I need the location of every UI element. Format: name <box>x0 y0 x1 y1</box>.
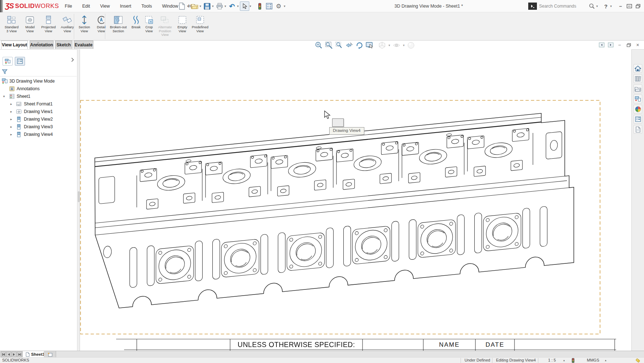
minimize-button[interactable]: – <box>616 2 625 11</box>
print-dropdown-caret[interactable]: ▾ <box>225 4 226 8</box>
tree-item-drawing-view3[interactable]: ▸ Drawing View3 <box>0 123 77 130</box>
tree-item-drawing-view1[interactable]: ▸ Drawing View1 <box>0 108 77 115</box>
custom-properties-icon[interactable] <box>634 115 642 124</box>
view-palette-icon[interactable] <box>634 95 642 103</box>
projected-view-button[interactable]: Projected View <box>39 14 58 33</box>
standard-3-view-button[interactable]: Standard 3 View <box>2 14 21 33</box>
print-button[interactable] <box>215 1 224 11</box>
add-sheet-tab[interactable] <box>44 351 56 358</box>
panel-splitter[interactable] <box>77 49 80 351</box>
main-area: 3D Drawing View Mode Annotations ▾ Sheet… <box>0 49 644 351</box>
pane-next-icon[interactable] <box>607 42 614 48</box>
tab-sketch[interactable]: Sketch <box>55 41 72 49</box>
display-manager-icon <box>17 58 23 64</box>
forum-document-icon[interactable] <box>634 125 642 134</box>
feature-manager-tab[interactable] <box>3 57 13 66</box>
scale-popup-caret[interactable]: ▴ <box>563 359 565 362</box>
section-view-button[interactable]: Section View <box>76 14 93 33</box>
zoom-to-area-icon[interactable] <box>324 41 334 50</box>
pane-previous-icon[interactable] <box>598 42 605 48</box>
undo-button[interactable]: ↶ <box>227 1 237 11</box>
tree-item-sheet-format1[interactable]: ▸ Sheet Format1 <box>0 100 77 108</box>
menu-file[interactable]: File <box>60 4 77 9</box>
new-document-button[interactable] <box>177 1 187 11</box>
status-tag-icon[interactable] <box>635 358 640 363</box>
solidworks-resources-icon[interactable] <box>634 64 642 73</box>
open-dropdown-caret[interactable]: ▾ <box>200 4 202 8</box>
menu-edit[interactable]: Edit <box>77 4 95 9</box>
search-scope-icon[interactable] <box>528 3 537 10</box>
tree-item-annotations[interactable]: Annotations <box>0 85 77 92</box>
empty-view-button[interactable]: Empty View <box>175 14 190 33</box>
units-popup-caret[interactable]: ▴ <box>605 359 606 362</box>
search-dropdown-caret[interactable]: ▾ <box>596 4 598 8</box>
model-view-button[interactable]: Model View <box>22 14 38 33</box>
rebuild-traffic-light-icon[interactable] <box>255 1 264 11</box>
restore-button[interactable] <box>634 2 642 11</box>
zoom-to-fit-icon[interactable] <box>314 41 323 50</box>
expand-caret[interactable]: ▸ <box>9 117 13 121</box>
splitter-handle[interactable] <box>78 191 80 202</box>
panel-grip-dot[interactable] <box>37 42 39 44</box>
select-dropdown-caret[interactable]: ▾ <box>250 4 251 8</box>
status-sheet-scale[interactable]: 1 : 5 <box>548 358 556 362</box>
save-dropdown-caret[interactable]: ▾ <box>212 4 214 8</box>
tab-view-layout[interactable]: View Layout <box>1 41 28 49</box>
expand-caret[interactable]: ▸ <box>9 102 13 106</box>
options-dropdown-caret[interactable]: ▾ <box>284 4 285 8</box>
drawing-sheet-area[interactable]: UNLESS OTHERWISE SPECIFIED: NAME DATE <box>80 49 631 351</box>
feature-tree: 3D Drawing View Mode Annotations ▾ Sheet… <box>0 77 77 138</box>
appearances-scenes-icon[interactable] <box>634 105 642 113</box>
predefined-view-button[interactable]: Predefined View <box>190 14 210 33</box>
rotate-view-icon[interactable] <box>355 41 364 50</box>
doc-close-glyph: × <box>636 42 639 48</box>
ribbon-separator <box>105 14 105 39</box>
expand-caret[interactable]: ▸ <box>9 125 13 129</box>
first-sheet-button[interactable] <box>1 351 6 357</box>
open-document-button[interactable] <box>190 1 199 11</box>
save-button[interactable] <box>202 1 212 11</box>
previous-sheet-button[interactable] <box>6 351 11 357</box>
next-sheet-button[interactable] <box>12 351 17 357</box>
search-input[interactable] <box>537 2 588 10</box>
previous-view-icon[interactable] <box>344 41 354 50</box>
file-explorer-icon[interactable] <box>634 84 642 93</box>
evaluate-list-icon[interactable] <box>264 1 274 11</box>
zoom-to-selection-icon[interactable] <box>334 41 344 50</box>
expand-caret[interactable]: ▾ <box>2 95 6 98</box>
doc-minimize-button[interactable]: – <box>616 42 623 48</box>
status-units[interactable]: MMGS <box>587 358 599 362</box>
expand-caret[interactable]: ▸ <box>9 110 13 113</box>
doc-restore-button[interactable] <box>625 42 632 48</box>
display-manager-tab[interactable] <box>15 57 25 66</box>
tree-item-drawing-view4[interactable]: ▸ Drawing View4 <box>0 130 77 138</box>
expand-caret[interactable]: ▸ <box>9 133 13 136</box>
3d-drawing-view-icon[interactable] <box>365 41 374 50</box>
tab-annotation[interactable]: Annotation <box>30 41 54 49</box>
new-dropdown-caret[interactable]: ▾ <box>187 4 189 8</box>
crop-view-button[interactable]: Crop View <box>143 14 156 33</box>
doc-close-button[interactable]: × <box>634 42 641 48</box>
tree-item-3d-drawing-view-mode[interactable]: 3D Drawing View Mode <box>0 77 77 85</box>
tree-item-drawing-view2[interactable]: ▸ Drawing View2 <box>0 115 77 123</box>
design-library-icon[interactable] <box>634 74 642 83</box>
last-sheet-button[interactable] <box>17 351 22 357</box>
undo-dropdown-caret[interactable]: ▾ <box>237 4 239 8</box>
expand-button[interactable] <box>625 2 634 11</box>
broken-out-section-button[interactable]: Broken-out Section <box>107 14 130 33</box>
tree-item-sheet1[interactable]: ▾ Sheet1 <box>0 92 77 100</box>
help-dropdown-caret[interactable]: ▾ <box>610 4 612 8</box>
menu-insert[interactable]: Insert <box>115 4 136 9</box>
select-tool-button[interactable] <box>240 1 249 11</box>
menu-view[interactable]: View <box>95 4 115 9</box>
close-button[interactable]: × <box>642 2 644 11</box>
menu-tools[interactable]: Tools <box>136 4 157 9</box>
tab-evaluate[interactable]: Evaluate <box>74 41 93 49</box>
panel-expand-chevron[interactable] <box>71 58 74 62</box>
help-button[interactable]: ? <box>602 2 610 11</box>
search-icon[interactable] <box>588 2 596 11</box>
break-button[interactable]: Break <box>130 14 142 29</box>
cylinder-head-model[interactable] <box>95 110 574 310</box>
tree-filter-row[interactable] <box>0 67 77 76</box>
options-gear-icon[interactable]: ⚙ <box>274 1 283 11</box>
